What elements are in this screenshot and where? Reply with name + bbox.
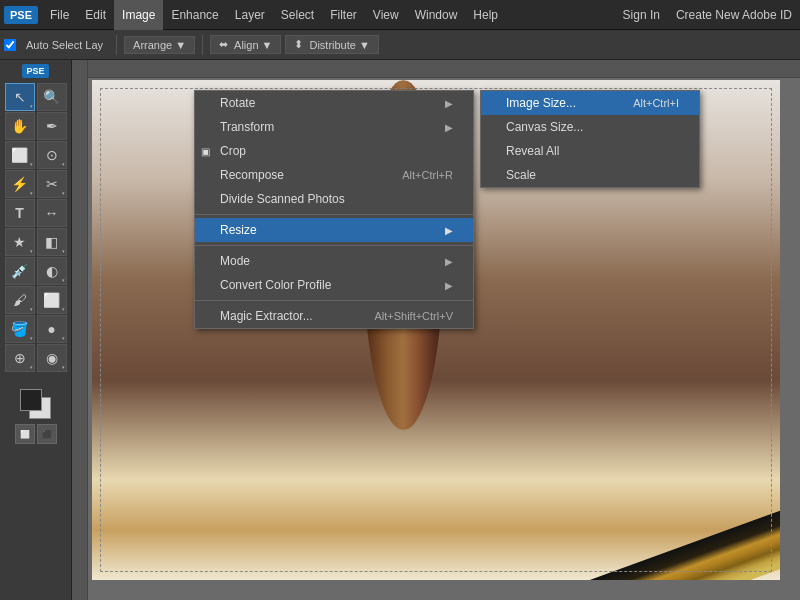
sign-in-button[interactable]: Sign In xyxy=(615,4,668,26)
mode-menu-item[interactable]: Mode ▶ xyxy=(195,249,473,273)
align-button[interactable]: ⬌Align ▼ xyxy=(210,35,281,54)
tool-row-5: T ↔ xyxy=(2,199,69,227)
healing-brush-tool[interactable]: ◉▾ xyxy=(37,344,67,372)
tools-logo: PSE xyxy=(22,64,48,78)
tool-row-9: 🪣▾ ●▾ xyxy=(2,315,69,343)
zoom-tool[interactable]: 🔍 xyxy=(37,83,67,111)
eyedropper-tool[interactable]: 💉 xyxy=(5,257,35,285)
menu-file[interactable]: File xyxy=(42,0,77,30)
resize-menu-item[interactable]: Resize ▶ xyxy=(195,218,473,242)
menu-filter[interactable]: Filter xyxy=(322,0,365,30)
blur-tool[interactable]: ●▾ xyxy=(37,315,67,343)
menu-layer[interactable]: Layer xyxy=(227,0,273,30)
menu-divider-2 xyxy=(195,245,473,246)
crop-icon: ▣ xyxy=(201,146,210,157)
distribute-button[interactable]: ⬍Distribute ▼ xyxy=(285,35,378,54)
tool-row-1: ↖▾ 🔍 xyxy=(2,83,69,111)
mode-switch: ⬜ ⬛ xyxy=(2,424,69,444)
tool-row-10: ⊕▾ ◉▾ xyxy=(2,344,69,372)
pencil-tool[interactable]: ✒ xyxy=(37,112,67,140)
recompose-menu-item[interactable]: Recompose Alt+Ctrl+R xyxy=(195,163,473,187)
brush-tool[interactable]: 🖌▾ xyxy=(5,286,35,314)
menu-divider-3 xyxy=(195,300,473,301)
rotate-menu-item[interactable]: Rotate ▶ xyxy=(195,91,473,115)
crop-menu-item[interactable]: ▣ Crop xyxy=(195,139,473,163)
quick-mask-button[interactable]: ⬜ xyxy=(15,424,35,444)
resize-submenu: Image Size... Alt+Ctrl+I Canvas Size... … xyxy=(480,90,700,188)
wooden-pipe xyxy=(449,502,780,580)
menu-help[interactable]: Help xyxy=(465,0,506,30)
auto-select-checkbox[interactable] xyxy=(4,39,16,51)
move-tool[interactable]: ↖▾ xyxy=(5,83,35,111)
arrange-button[interactable]: Arrange ▼ xyxy=(124,36,195,54)
hand-tool[interactable]: ✋ xyxy=(5,112,35,140)
canvas-size-menu-item[interactable]: Canvas Size... xyxy=(481,115,699,139)
menu-edit[interactable]: Edit xyxy=(77,0,114,30)
standard-mode-button[interactable]: ⬛ xyxy=(37,424,57,444)
vertical-ruler xyxy=(72,60,88,600)
menu-image[interactable]: Image xyxy=(114,0,163,30)
menu-enhance[interactable]: Enhance xyxy=(163,0,226,30)
main-area: PSE ↖▾ 🔍 ✋ ✒ ⬜▾ ⊙▾ ⚡▾ ✂▾ T ↔ ★▾ ◧▾ 💉 ◐▾ xyxy=(0,60,800,600)
divide-scanned-menu-item[interactable]: Divide Scanned Photos xyxy=(195,187,473,211)
reveal-all-menu-item[interactable]: Reveal All xyxy=(481,139,699,163)
horizontal-ruler xyxy=(72,60,800,78)
eraser-tool[interactable]: ⬜▾ xyxy=(37,286,67,314)
auto-select-label: Auto Select Lay xyxy=(20,37,109,53)
tool-row-4: ⚡▾ ✂▾ xyxy=(2,170,69,198)
menu-window[interactable]: Window xyxy=(407,0,466,30)
menu-bar: PSE File Edit Image Enhance Layer Select… xyxy=(0,0,800,30)
menu-divider-1 xyxy=(195,214,473,215)
menu-select[interactable]: Select xyxy=(273,0,322,30)
menu-view[interactable]: View xyxy=(365,0,407,30)
tools-panel: PSE ↖▾ 🔍 ✋ ✒ ⬜▾ ⊙▾ ⚡▾ ✂▾ T ↔ ★▾ ◧▾ 💉 ◐▾ xyxy=(0,60,72,600)
clone-stamp-tool[interactable]: ⊕▾ xyxy=(5,344,35,372)
foreground-color-swatch[interactable] xyxy=(20,389,42,411)
dodge-tool[interactable]: ◐▾ xyxy=(37,257,67,285)
image-size-menu-item[interactable]: Image Size... Alt+Ctrl+I xyxy=(481,91,699,115)
app-logo: PSE xyxy=(4,6,38,24)
move-select-tool[interactable]: ↔ xyxy=(37,199,67,227)
toolbar-separator-2 xyxy=(202,35,203,55)
magic-wand-tool[interactable]: ⚡▾ xyxy=(5,170,35,198)
transform-menu-item[interactable]: Transform ▶ xyxy=(195,115,473,139)
canvas-area[interactable]: ✛ Rotate ▶ Transform ▶ ▣ Crop Recompose … xyxy=(72,60,800,600)
type-tool[interactable]: T xyxy=(5,199,35,227)
tool-row-3: ⬜▾ ⊙▾ xyxy=(2,141,69,169)
paint-bucket-tool[interactable]: 🪣▾ xyxy=(5,315,35,343)
color-swatches xyxy=(2,379,69,419)
gradient-tool[interactable]: ◧▾ xyxy=(37,228,67,256)
toolbar-separator-1 xyxy=(116,35,117,55)
lasso-tool[interactable]: ⊙▾ xyxy=(37,141,67,169)
tool-row-8: 🖌▾ ⬜▾ xyxy=(2,286,69,314)
image-menu-dropdown: Rotate ▶ Transform ▶ ▣ Crop Recompose Al… xyxy=(194,90,474,329)
tool-row-7: 💉 ◐▾ xyxy=(2,257,69,285)
tool-row-2: ✋ ✒ xyxy=(2,112,69,140)
options-toolbar: Auto Select Lay Arrange ▼ ⬌Align ▼ ⬍Dist… xyxy=(0,30,800,60)
scale-menu-item[interactable]: Scale xyxy=(481,163,699,187)
shape-tool[interactable]: ★▾ xyxy=(5,228,35,256)
tool-row-6: ★▾ ◧▾ xyxy=(2,228,69,256)
rectangle-select-tool[interactable]: ⬜▾ xyxy=(5,141,35,169)
magic-extractor-menu-item[interactable]: Magic Extractor... Alt+Shift+Ctrl+V xyxy=(195,304,473,328)
create-adobe-id-button[interactable]: Create New Adobe ID xyxy=(668,4,800,26)
crop-tool[interactable]: ✂▾ xyxy=(37,170,67,198)
convert-color-profile-menu-item[interactable]: Convert Color Profile ▶ xyxy=(195,273,473,297)
